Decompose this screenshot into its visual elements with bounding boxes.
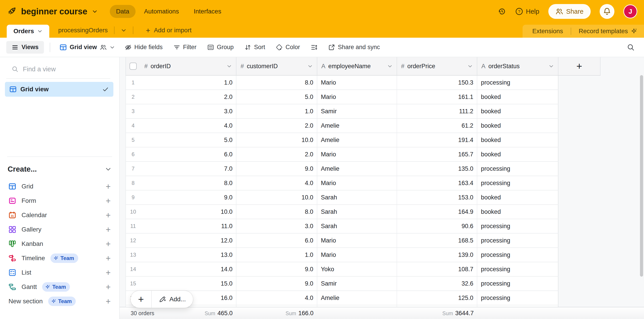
cell-orderstatus[interactable]: processing (477, 176, 558, 190)
cell-orderid[interactable]: 10.0 (140, 205, 237, 219)
cell-customerid[interactable]: 8.0 (236, 205, 317, 219)
cell-orderstatus[interactable]: booked (477, 104, 558, 118)
vertical-scrollbar[interactable] (640, 75, 643, 277)
cell-orderstatus[interactable]: processing (477, 76, 558, 90)
cell-orderid[interactable]: 8.0 (140, 176, 237, 190)
plus-icon[interactable]: + (106, 268, 111, 277)
cell-orderprice[interactable]: 125.0 (397, 291, 478, 305)
cell-customerid[interactable]: 10.0 (236, 133, 317, 147)
cell-customerid[interactable]: 9.0 (236, 262, 317, 276)
cell-orderid[interactable]: 15.0 (140, 277, 237, 290)
cell-employeename[interactable]: Amelie (317, 162, 397, 176)
cell-employeename[interactable]: Amelie (317, 291, 397, 305)
cell-employeename[interactable]: Mario (317, 248, 397, 262)
add-field-button[interactable]: + (558, 57, 600, 76)
cell-orderprice[interactable]: 32.6 (397, 277, 478, 290)
plus-icon[interactable]: + (106, 240, 111, 248)
group-button[interactable]: Group (203, 41, 238, 54)
create-item-new-section[interactable]: New sectionTeam+ (6, 294, 114, 308)
cell-employeename[interactable]: Samir (317, 104, 397, 118)
cell-customerid[interactable]: 8.0 (236, 76, 317, 90)
sum-orderprice[interactable]: Sum 3644.7 (397, 310, 477, 317)
notifications-button[interactable] (600, 4, 614, 19)
add-or-import-button[interactable]: + Add or import (146, 27, 192, 34)
plus-icon[interactable]: + (106, 283, 111, 291)
find-view-search[interactable]: Find a view (6, 62, 111, 76)
topnav-automations[interactable]: Automations (138, 5, 185, 18)
cell-orderid[interactable]: 3.0 (140, 104, 237, 118)
help-button[interactable]: ? Help (515, 8, 539, 16)
field-header-orderprice[interactable]: #orderPrice (397, 57, 478, 75)
sidebar-item-grid-view[interactable]: Grid view (5, 82, 114, 97)
cell-orderstatus[interactable]: processing (477, 248, 558, 262)
sort-button[interactable]: Sort (240, 41, 270, 54)
plus-icon[interactable]: + (106, 297, 111, 305)
cell-employeename[interactable]: Sarah (317, 205, 397, 219)
cell-customerid[interactable]: 4.0 (236, 291, 317, 305)
cell-customerid[interactable]: 1.0 (236, 248, 317, 262)
cell-orderprice[interactable]: 139.0 (397, 248, 478, 262)
create-item-timeline[interactable]: TimelineTeam+ (6, 251, 114, 265)
cell-orderid[interactable]: 6.0 (140, 147, 237, 161)
cell-customerid[interactable]: 9.0 (236, 277, 317, 290)
cell-orderid[interactable]: 13.0 (140, 248, 237, 262)
cell-customerid[interactable]: 9.0 (236, 162, 317, 176)
cell-orderprice[interactable]: 61.2 (397, 119, 478, 133)
avatar[interactable]: J (624, 5, 637, 19)
plus-icon[interactable]: + (106, 211, 111, 219)
row-height-button[interactable] (306, 41, 322, 54)
cell-orderstatus[interactable]: booked (477, 190, 558, 204)
cell-orderstatus[interactable]: booked (477, 147, 558, 161)
tab-orders[interactable]: Orders (7, 25, 49, 38)
plus-icon[interactable]: + (106, 225, 111, 234)
create-item-kanban[interactable]: Kanban+ (6, 237, 114, 251)
add-record-button[interactable]: + (131, 294, 151, 305)
sum-customerid[interactable]: Sum 166.0 (236, 310, 317, 317)
cell-employeename[interactable]: Mario (317, 176, 397, 190)
base-switcher[interactable]: beginner course (7, 6, 98, 17)
cell-orderstatus[interactable]: processing (477, 233, 558, 247)
cell-employeename[interactable]: Amelie (317, 119, 397, 133)
cell-orderstatus[interactable]: processing (477, 262, 558, 276)
cell-employeename[interactable]: Samir (317, 277, 397, 290)
cell-customerid[interactable]: 5.0 (236, 90, 317, 104)
cell-orderstatus[interactable]: booked (477, 133, 558, 147)
cell-orderid[interactable]: 12.0 (140, 233, 237, 247)
cell-customerid[interactable]: 4.0 (236, 176, 317, 190)
cell-orderprice[interactable]: 163.4 (397, 176, 478, 190)
filter-button[interactable]: Filter (169, 41, 201, 54)
cell-customerid[interactable]: 10.0 (236, 190, 317, 204)
search-icon[interactable] (627, 44, 638, 51)
share-button[interactable]: Share (548, 4, 591, 19)
cell-orderid[interactable]: 4.0 (140, 119, 237, 133)
record-templates-button[interactable]: Record templates (579, 28, 637, 35)
cell-orderprice[interactable]: 191.4 (397, 133, 478, 147)
sum-orderid[interactable]: Sum 465.0 (140, 310, 236, 317)
topnav-interfaces[interactable]: Interfaces (187, 5, 228, 18)
plus-icon[interactable]: + (106, 254, 111, 262)
cell-orderprice[interactable]: 90.6 (397, 219, 478, 233)
current-view-button[interactable]: Grid view (56, 41, 118, 54)
create-item-calendar[interactable]: 31Calendar+ (6, 208, 114, 222)
tab-list-chevron-icon[interactable] (121, 27, 126, 33)
create-item-gallery[interactable]: Gallery+ (6, 222, 114, 237)
cell-customerid[interactable]: 1.0 (236, 104, 317, 118)
cell-orderprice[interactable]: 161.1 (397, 90, 478, 104)
cell-orderstatus[interactable]: processing (477, 162, 558, 176)
cell-customerid[interactable]: 2.0 (236, 147, 317, 161)
field-header-orderstatus[interactable]: AorderStatus (477, 57, 558, 75)
cell-customerid[interactable]: 2.0 (236, 119, 317, 133)
create-header[interactable]: Create... (8, 165, 112, 173)
cell-orderid[interactable]: 14.0 (140, 262, 237, 276)
cell-orderid[interactable]: 5.0 (140, 133, 237, 147)
create-item-grid[interactable]: Grid+ (6, 179, 114, 194)
cell-employeename[interactable]: Mario (317, 76, 397, 90)
cell-orderprice[interactable]: 168.5 (397, 233, 478, 247)
extensions-button[interactable]: Extensions (532, 28, 563, 35)
cell-orderid[interactable]: 1.0 (140, 76, 237, 90)
tab-processingorders[interactable]: processingOrders (58, 27, 108, 34)
views-button[interactable]: Views (6, 41, 44, 54)
cell-employeename[interactable]: Sarah (317, 190, 397, 204)
field-header-employeename[interactable]: AemployeeName (317, 57, 397, 75)
share-and-sync-button[interactable]: Share and sync (324, 41, 384, 54)
